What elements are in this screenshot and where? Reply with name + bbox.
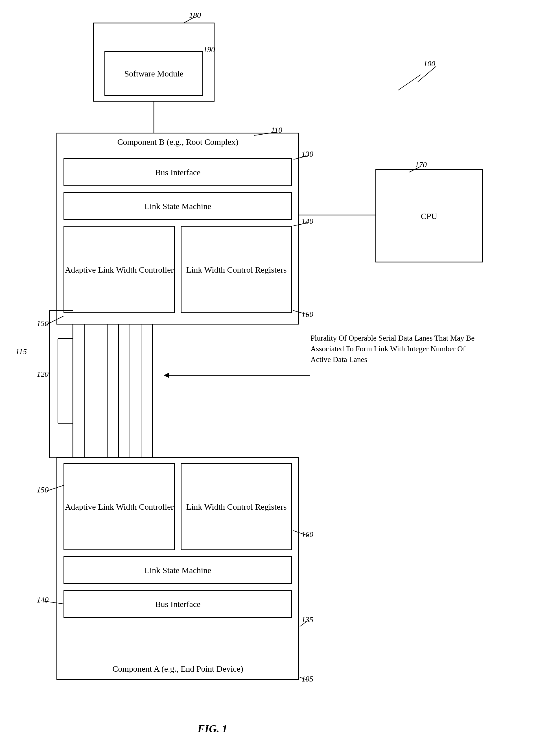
bus-interface-top-label: Bus Interface bbox=[155, 167, 201, 178]
cpu-label: CPU bbox=[421, 211, 437, 222]
svg-marker-23 bbox=[164, 373, 169, 378]
ref-170: 170 bbox=[415, 160, 427, 169]
cpu-box: CPU bbox=[375, 169, 483, 263]
software-module-label: Software Module bbox=[124, 68, 183, 79]
ref-190: 190 bbox=[203, 45, 215, 54]
ref-115: 115 bbox=[16, 347, 27, 356]
link-state-machine-top-box: Link State Machine bbox=[64, 192, 292, 220]
ref-130: 130 bbox=[301, 150, 313, 159]
alwc-bot-label: Adaptive Link Width Controller bbox=[65, 501, 174, 512]
lwcr-bot-box: Link Width Control Registers bbox=[181, 463, 292, 550]
bus-interface-bot-box: Bus Interface bbox=[64, 590, 292, 618]
ref-140-bot: 140 bbox=[37, 595, 49, 604]
link-state-machine-bot-box: Link State Machine bbox=[64, 556, 292, 584]
lwcr-top-label: Link Width Control Registers bbox=[186, 264, 287, 275]
ref-110: 110 bbox=[271, 126, 282, 134]
software-module-box: Software Module bbox=[104, 51, 203, 96]
svg-line-1 bbox=[418, 66, 436, 82]
alwc-bot-box: Adaptive Link Width Controller bbox=[64, 463, 175, 550]
plurality-annotation: Plurality Of Operable Serial Data Lanes … bbox=[310, 333, 480, 365]
component-b-label: Component B (e.g., Root Complex) bbox=[57, 136, 298, 147]
ref-150-bot: 150 bbox=[37, 485, 49, 494]
svg-line-31 bbox=[398, 75, 421, 90]
bus-interface-top-box: Bus Interface bbox=[64, 158, 292, 186]
ref-120: 120 bbox=[37, 370, 49, 379]
ref-140-top: 140 bbox=[301, 217, 313, 226]
lwcr-bot-label: Link Width Control Registers bbox=[186, 501, 287, 512]
lwcr-top-box: Link Width Control Registers bbox=[181, 226, 292, 313]
alwc-top-label: Adaptive Link Width Controller bbox=[65, 264, 174, 275]
ref-160-top: 160 bbox=[301, 310, 313, 319]
ref-100: 100 bbox=[423, 59, 435, 68]
bus-interface-bot-label: Bus Interface bbox=[155, 598, 201, 610]
link-state-machine-top-label: Link State Machine bbox=[144, 201, 211, 212]
ref-150-top: 150 bbox=[37, 319, 49, 328]
ref-160-bot: 160 bbox=[301, 530, 313, 539]
ref-180: 180 bbox=[189, 11, 201, 20]
alwc-top-box: Adaptive Link Width Controller bbox=[64, 226, 175, 313]
figure-caption: FIG. 1 bbox=[197, 723, 228, 735]
component-a-label: Component A (e.g., End Point Device) bbox=[57, 663, 298, 674]
link-state-machine-bot-label: Link State Machine bbox=[144, 565, 211, 576]
ref-135: 135 bbox=[301, 615, 313, 624]
ref-105: 105 bbox=[301, 675, 313, 683]
